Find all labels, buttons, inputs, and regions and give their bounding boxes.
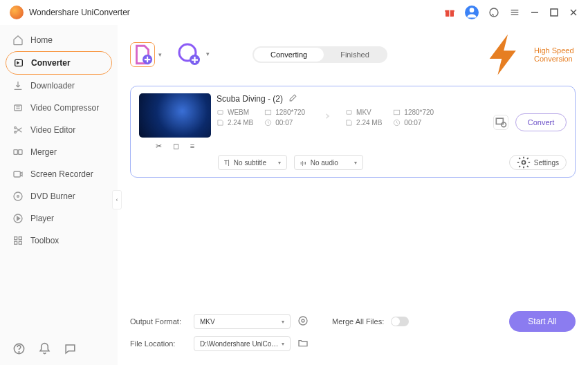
- add-file-button[interactable]: ▾: [130, 42, 155, 67]
- sidebar-item-label: Toolbox: [30, 236, 59, 245]
- trim-icon[interactable]: ✂: [156, 142, 162, 151]
- svg-rect-9: [551, 9, 558, 16]
- help-icon[interactable]: [12, 342, 26, 355]
- svg-point-27: [19, 352, 19, 353]
- open-folder-icon[interactable]: [297, 337, 309, 350]
- converter-icon: [13, 57, 24, 68]
- sidebar-item-home[interactable]: Home: [6, 29, 112, 51]
- app-logo: [10, 6, 24, 19]
- format-icon: [345, 109, 353, 116]
- arrow-right-icon: [318, 109, 333, 127]
- src-format: WEBM: [228, 109, 249, 116]
- subtitle-select[interactable]: T|No subtitle▾: [218, 155, 287, 170]
- sidebar-item-merger[interactable]: Merger: [6, 141, 112, 163]
- tab-converting[interactable]: Converting: [254, 48, 324, 62]
- dst-size: 2.24 MB: [356, 119, 382, 127]
- output-format-select[interactable]: MKV▾: [194, 314, 291, 329]
- sidebar-item-label: Video Editor: [30, 125, 75, 135]
- compressor-icon: [12, 102, 24, 113]
- svg-rect-17: [19, 150, 22, 155]
- format-icon: [217, 109, 224, 116]
- grid-icon: [12, 235, 24, 246]
- sidebar-item-dvd[interactable]: DVD Burner: [6, 185, 112, 207]
- sidebar-item-converter[interactable]: Converter: [6, 51, 112, 75]
- support-icon[interactable]: [488, 7, 499, 18]
- size-icon: [217, 119, 224, 127]
- merge-toggle[interactable]: [391, 317, 409, 326]
- minimize-button[interactable]: [530, 8, 540, 17]
- merger-icon: [12, 147, 24, 158]
- svg-point-3: [470, 8, 475, 12]
- gift-icon[interactable]: [444, 7, 455, 18]
- sidebar-item-toolbox[interactable]: Toolbox: [6, 230, 112, 252]
- recorder-icon: [12, 169, 24, 180]
- disc-icon: [12, 191, 24, 202]
- sidebar-item-compressor[interactable]: Video Compressor: [6, 97, 112, 119]
- video-thumbnail[interactable]: [139, 93, 211, 138]
- crop-icon[interactable]: ◻: [173, 142, 179, 151]
- svg-point-15: [15, 131, 17, 133]
- chevron-down-icon[interactable]: ▾: [206, 50, 210, 57]
- src-dur: 00:07: [275, 119, 293, 127]
- svg-point-41: [299, 317, 307, 325]
- tab-finished[interactable]: Finished: [324, 48, 386, 62]
- audio-select[interactable]: ı|ııNo audio▾: [294, 155, 363, 170]
- start-all-button[interactable]: Start All: [509, 311, 576, 332]
- maximize-button[interactable]: [549, 8, 559, 17]
- clock-icon: [393, 119, 401, 127]
- output-settings-icon[interactable]: [297, 315, 309, 328]
- file-location-label: File Location:: [130, 339, 187, 348]
- svg-rect-13: [15, 105, 22, 111]
- svg-rect-24: [15, 241, 17, 244]
- close-button[interactable]: [569, 8, 578, 17]
- svg-rect-25: [19, 241, 21, 244]
- more-icon[interactable]: ≡: [190, 142, 194, 151]
- sidebar-item-editor[interactable]: Video Editor: [6, 119, 112, 141]
- sidebar-item-label: Video Compressor: [30, 103, 99, 113]
- res-icon: [393, 109, 401, 116]
- svg-point-39: [522, 161, 525, 165]
- sidebar-item-player[interactable]: Player: [6, 207, 112, 230]
- convert-button[interactable]: Convert: [515, 113, 567, 131]
- file-location-select[interactable]: D:\Wondershare UniConverter▾: [194, 336, 291, 351]
- dst-dur: 00:07: [404, 119, 421, 127]
- sidebar-item-label: Converter: [31, 58, 71, 68]
- file-card: ✂ ◻ ≡ Scuba Diving - (2) WEBM 1280*720: [130, 86, 576, 178]
- output-format-label: Output Format:: [130, 317, 187, 326]
- svg-rect-31: [218, 111, 223, 115]
- output-settings-icon[interactable]: [493, 115, 508, 130]
- menu-icon[interactable]: [509, 7, 520, 18]
- sidebar-item-label: Downloader: [30, 81, 75, 91]
- svg-rect-32: [266, 111, 271, 115]
- res-icon: [264, 109, 272, 116]
- svg-rect-23: [19, 237, 21, 240]
- sidebar-item-label: Merger: [30, 147, 57, 157]
- src-res: 1280*720: [275, 109, 305, 116]
- svg-rect-18: [14, 171, 20, 177]
- edit-name-icon[interactable]: [288, 93, 297, 104]
- feedback-icon[interactable]: [64, 342, 77, 355]
- svg-point-19: [14, 192, 22, 200]
- sidebar-item-recorder[interactable]: Screen Recorder: [6, 163, 112, 185]
- sidebar-item-label: Home: [30, 35, 53, 45]
- chevron-down-icon[interactable]: ▾: [158, 51, 162, 58]
- settings-button[interactable]: Settings: [509, 155, 567, 170]
- svg-rect-34: [347, 111, 351, 115]
- svg-rect-22: [15, 237, 17, 240]
- clock-icon: [264, 119, 272, 127]
- bell-icon[interactable]: [38, 342, 51, 355]
- tab-group: Converting Finished: [252, 46, 387, 63]
- add-url-button[interactable]: ▾: [177, 42, 202, 67]
- svg-rect-35: [394, 111, 400, 115]
- user-avatar[interactable]: [465, 6, 479, 19]
- sidebar-item-label: Screen Recorder: [30, 169, 93, 179]
- sidebar-item-downloader[interactable]: Downloader: [6, 75, 112, 97]
- dst-res: 1280*720: [404, 109, 434, 116]
- high-speed-label: High Speed Conversion: [534, 46, 576, 63]
- high-speed-button[interactable]: High Speed Conversion: [481, 30, 576, 79]
- merge-label: Merge All Files:: [332, 317, 384, 326]
- file-name: Scuba Diving - (2): [217, 94, 283, 104]
- sidebar-item-label: Player: [30, 214, 54, 223]
- svg-point-14: [15, 127, 17, 129]
- collapse-sidebar-button[interactable]: ‹: [112, 190, 122, 209]
